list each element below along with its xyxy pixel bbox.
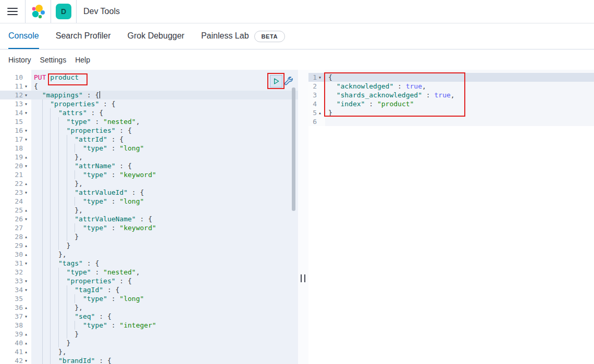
gutter-cell: 11▾	[0, 82, 31, 91]
fold-toggle-icon[interactable]: ▴	[23, 241, 31, 250]
code-line[interactable]: "tags" : {	[31, 259, 298, 268]
code-line[interactable]: "brandId" : {	[31, 356, 298, 364]
space-avatar[interactable]: D	[56, 4, 71, 19]
code-line[interactable]: }	[325, 108, 594, 117]
menu-help[interactable]: Help	[75, 56, 90, 64]
code-line[interactable]: "type" : "keyword"	[31, 170, 298, 179]
fold-toggle-icon[interactable]: ▴	[23, 153, 31, 161]
fold-toggle-icon[interactable]: ▾	[23, 99, 31, 108]
code-line[interactable]: "attrValueId" : {	[31, 188, 298, 197]
code-line[interactable]: "acknowledged" : true,	[325, 82, 594, 91]
fold-toggle-icon[interactable]: ▾	[23, 108, 31, 117]
fold-toggle-icon[interactable]: ▾	[23, 356, 31, 364]
fold-toggle-icon[interactable]: ▴	[317, 108, 325, 117]
panel-resizer[interactable]	[298, 70, 308, 364]
tab-painless-lab[interactable]: Painless Lab	[201, 23, 249, 49]
console-response-pane[interactable]: 1▾{2"acknowledged" : true,3"shards_ackno…	[308, 70, 594, 364]
code-line[interactable]: PUT product	[31, 73, 298, 82]
line-number: 41	[0, 347, 23, 356]
code-line[interactable]: "type" : "keyword"	[31, 223, 298, 232]
line-number: 1	[308, 73, 317, 82]
wrench-icon	[283, 76, 293, 86]
tab-search-profiler[interactable]: Search Profiler	[56, 23, 111, 49]
code-line[interactable]: "attrValueName" : {	[31, 215, 298, 223]
fold-toggle-icon[interactable]: ▾	[23, 126, 31, 135]
request-options-button[interactable]	[283, 76, 293, 86]
fold-toggle-icon[interactable]: ▴	[23, 250, 31, 259]
code-line[interactable]: "index" : "product"	[325, 99, 594, 108]
code-line[interactable]: },	[31, 153, 298, 161]
fold-toggle-icon[interactable]: ▴	[23, 330, 31, 338]
tab-grok-debugger[interactable]: Grok Debugger	[128, 23, 184, 49]
fold-toggle-icon[interactable]: ▴	[23, 303, 31, 312]
send-request-button[interactable]	[270, 75, 282, 87]
code-line[interactable]: "type" : "long"	[31, 197, 298, 206]
fold-toggle-icon[interactable]: ▾	[317, 73, 325, 82]
code-line[interactable]: },	[31, 250, 298, 259]
gutter-cell: 20▾	[0, 161, 31, 170]
code-line[interactable]: },	[31, 206, 298, 215]
code-line[interactable]: "seq" : {	[31, 312, 298, 321]
line-number: 13	[0, 99, 23, 108]
code-line[interactable]: "shards_acknowledged" : true,	[325, 91, 594, 99]
editor-line: 13▾"properties" : {	[0, 99, 298, 108]
fold-toggle-icon[interactable]: ▾	[23, 259, 31, 268]
code-line[interactable]	[325, 117, 594, 126]
code-line[interactable]: "attrs" : {	[31, 108, 298, 117]
elastic-logo-button[interactable]	[26, 0, 51, 23]
code-line[interactable]: }	[31, 338, 298, 347]
fold-toggle-icon[interactable]: ▾	[23, 82, 31, 91]
fold-toggle-icon[interactable]: ▾	[23, 188, 31, 197]
fold-toggle-icon[interactable]: ▾	[23, 215, 31, 223]
code-line[interactable]: },	[31, 179, 298, 188]
code-line[interactable]: "type" : "long"	[31, 144, 298, 153]
code-line[interactable]: {	[325, 73, 594, 82]
editor-scrollbar-thumb[interactable]	[292, 87, 295, 211]
code-line[interactable]: {	[31, 82, 298, 91]
code-line[interactable]: },	[31, 303, 298, 312]
fold-toggle-icon[interactable]: ▴	[23, 232, 31, 241]
menu-history[interactable]: History	[8, 56, 31, 64]
fold-toggle-icon[interactable]: ▴	[23, 179, 31, 188]
code-line[interactable]: "properties" : {	[31, 126, 298, 135]
fold-toggle-icon[interactable]: ▾	[23, 91, 31, 99]
code-line[interactable]: }	[31, 232, 298, 241]
fold-toggle-icon[interactable]: ▾	[23, 277, 31, 285]
console-editor-pane[interactable]: 10PUT product11▾{12▾"mappings" : {13▾"pr…	[0, 70, 298, 364]
code-line[interactable]: "tagId" : {	[31, 285, 298, 294]
editor-line: 39▴}	[0, 330, 298, 338]
code-line[interactable]: "type" : "long"	[31, 294, 298, 303]
fold-toggle-icon[interactable]: ▴	[23, 347, 31, 356]
code-line[interactable]: "attrName" : {	[31, 161, 298, 170]
fold-toggle-icon[interactable]: ▴	[23, 206, 31, 215]
line-number: 30	[0, 250, 23, 259]
code-line[interactable]: "type" : "nested",	[31, 117, 298, 126]
header-divider	[76, 0, 77, 23]
code-line[interactable]: }	[31, 241, 298, 250]
code-line[interactable]: "attrId" : {	[31, 135, 298, 144]
code-line[interactable]: "type" : "integer"	[31, 321, 298, 330]
code-line[interactable]: "mappings" : {	[31, 91, 298, 99]
line-number: 27	[0, 223, 23, 232]
fold-toggle-icon[interactable]: ▾	[23, 285, 31, 294]
response-line: 1▾{	[308, 73, 594, 82]
tab-console[interactable]: Console	[8, 23, 39, 49]
beta-badge: BETA	[254, 31, 285, 42]
fold-toggle-icon[interactable]: ▾	[23, 161, 31, 170]
menu-settings[interactable]: Settings	[40, 56, 67, 64]
gutter-cell: 30▴	[0, 250, 31, 259]
code-line[interactable]: "properties" : {	[31, 99, 298, 108]
editor-line: 21"type" : "keyword"	[0, 170, 298, 179]
fold-toggle-icon[interactable]: ▴	[23, 338, 31, 347]
code-line[interactable]: },	[31, 347, 298, 356]
code-line[interactable]: "properties" : {	[31, 277, 298, 285]
hamburger-menu-button[interactable]	[0, 0, 25, 23]
gutter-cell: 3	[308, 91, 325, 99]
fold-toggle-icon[interactable]: ▾	[23, 135, 31, 144]
editor-line: 32"type" : "nested",	[0, 268, 298, 277]
resizer-grip-icon[interactable]	[301, 274, 305, 282]
code-line[interactable]: "type" : "nested",	[31, 268, 298, 277]
fold-toggle-icon[interactable]: ▾	[23, 312, 31, 321]
space-selector[interactable]: D	[51, 0, 76, 23]
code-line[interactable]: }	[31, 330, 298, 338]
